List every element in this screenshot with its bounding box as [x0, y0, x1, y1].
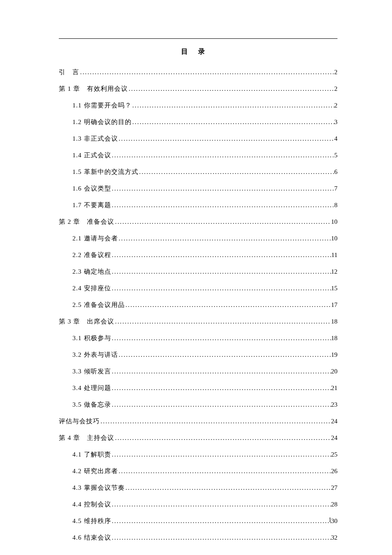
toc-entry-page: 5 — [334, 152, 338, 159]
toc-dot-leader — [125, 301, 331, 309]
toc-entry: 1.3 非正式会议4 — [72, 135, 337, 143]
toc-entry-page: 12 — [331, 268, 337, 275]
toc-entry-label: 引 言 — [59, 68, 79, 76]
toc-dot-leader — [111, 517, 331, 525]
toc-entry: 3.3 倾听发言20 — [72, 367, 337, 376]
toc-entry: 3.2 外表与讲话19 — [72, 351, 337, 359]
toc-entry: 2.3 确定地点12 — [72, 268, 337, 276]
toc-entry-page: 18 — [331, 335, 337, 342]
toc-entry: 4.2 研究出席者26 — [72, 467, 337, 475]
toc-entry-page: 2 — [334, 69, 338, 76]
toc-entry-label: 3.1 积极参与 — [72, 334, 111, 342]
toc-entry-label: 1.2 明确会议的目的 — [72, 118, 132, 126]
toc-entry-page: 3 — [334, 119, 338, 126]
toc-entry-page: 24 — [331, 418, 337, 425]
toc-entry-label: 4.4 控制会议 — [72, 500, 111, 509]
toc-entry-page: 18 — [331, 318, 337, 325]
toc-entry-label: 1.6 会议类型 — [72, 185, 111, 193]
toc-entry-page: 25 — [331, 451, 337, 458]
toc-entry: 2.2 准备议程11 — [72, 251, 337, 259]
toc-entry-label: 4.2 研究出席者 — [72, 467, 118, 475]
toc-dot-leader — [111, 185, 334, 192]
toc-entry-page: 6 — [334, 168, 338, 176]
toc-entry-page: 20 — [331, 368, 337, 375]
toc-entry-label: 4.1 了解职责 — [72, 451, 111, 459]
toc-entry-label: 第 1 章 有效利用会议 — [59, 85, 128, 93]
toc-entry-page: 21 — [331, 384, 337, 392]
toc-entry-label: 1.3 非正式会议 — [72, 135, 118, 143]
toc-entry: 2.4 安排座位15 — [72, 284, 337, 292]
toc-entry-label: 第 4 章 主持会议 — [59, 434, 114, 442]
toc-entry-label: 评估与会技巧 — [59, 417, 100, 425]
toc-entry-page: 10 — [331, 235, 337, 242]
toc-entry-page: 7 — [334, 185, 338, 192]
toc-dot-leader — [118, 468, 331, 475]
toc-entry-label: 1.1 你需要开会吗？ — [72, 101, 132, 110]
toc-dot-leader — [114, 318, 331, 325]
toc-entry-page: 10 — [331, 218, 337, 225]
toc-entry-label: 第 3 章 出席会议 — [59, 318, 114, 326]
toc-entry-page: 32 — [331, 534, 337, 541]
toc-entry: 第 2 章 准备会议10 — [59, 218, 337, 226]
toc-dot-leader — [118, 135, 334, 142]
toc-title: 目录 — [59, 47, 337, 56]
toc-entry-label: 4.6 结束会议 — [72, 534, 111, 542]
toc-dot-leader — [114, 218, 331, 225]
page-number: 1 — [329, 517, 331, 523]
toc-entry: 1.6 会议类型7 — [72, 185, 337, 193]
toc-list: 引 言2第 1 章 有效利用会议21.1 你需要开会吗？21.2 明确会议的目的… — [59, 68, 337, 542]
toc-dot-leader — [111, 451, 331, 458]
toc-dot-leader — [111, 268, 331, 275]
toc-entry-page: 26 — [331, 468, 337, 475]
document-page: 目录 引 言2第 1 章 有效利用会议21.1 你需要开会吗？21.2 明确会议… — [0, 0, 392, 555]
toc-entry-page: 30 — [331, 517, 337, 525]
toc-entry-page: 8 — [334, 202, 338, 209]
toc-entry: 第 3 章 出席会议18 — [59, 318, 337, 326]
toc-dot-leader — [111, 251, 331, 259]
toc-entry-label: 2.3 确定地点 — [72, 268, 111, 276]
toc-entry-page: 15 — [331, 285, 337, 292]
toc-dot-leader — [111, 335, 331, 342]
toc-entry-page: 11 — [331, 251, 337, 259]
toc-dot-leader — [114, 434, 331, 442]
toc-entry-page: 27 — [331, 484, 337, 491]
toc-entry-label: 3.3 倾听发言 — [72, 367, 111, 376]
toc-entry-label: 2.1 邀请与会者 — [72, 234, 118, 243]
toc-entry-label: 1.7 不要离题 — [72, 201, 111, 209]
toc-entry: 1.2 明确会议的目的3 — [72, 118, 337, 126]
toc-entry-label: 1.5 革新中的交流方式 — [72, 168, 138, 176]
toc-dot-leader — [100, 418, 331, 425]
toc-entry: 引 言2 — [59, 68, 337, 76]
toc-dot-leader — [118, 351, 331, 358]
toc-entry: 第 1 章 有效利用会议2 — [59, 85, 337, 93]
toc-entry-label: 第 2 章 准备会议 — [59, 218, 114, 226]
toc-entry-label: 2.4 安排座位 — [72, 284, 111, 292]
toc-entry-page: 24 — [331, 434, 337, 442]
toc-entry: 3.5 做备忘录23 — [72, 401, 337, 409]
toc-entry-label: 3.5 做备忘录 — [72, 401, 111, 409]
toc-entry-label: 3.4 处理问题 — [72, 384, 111, 392]
header-rule — [59, 38, 337, 39]
toc-entry-label: 2.5 准备会议用品 — [72, 301, 125, 309]
toc-entry: 4.3 掌握会议节奏27 — [72, 484, 337, 492]
toc-entry: 1.1 你需要开会吗？2 — [72, 101, 337, 110]
toc-entry-page: 23 — [331, 401, 337, 408]
toc-dot-leader — [79, 69, 334, 76]
toc-entry-label: 3.2 外表与讲话 — [72, 351, 118, 359]
toc-entry-label: 4.5 维持秩序 — [72, 517, 111, 525]
toc-entry-label: 2.2 准备议程 — [72, 251, 111, 259]
toc-entry-page: 2 — [334, 85, 338, 92]
toc-entry-page: 2 — [334, 102, 338, 109]
toc-entry: 2.1 邀请与会者10 — [72, 234, 337, 243]
toc-dot-leader — [118, 235, 331, 242]
toc-entry: 1.4 正式会议5 — [72, 151, 337, 159]
toc-dot-leader — [125, 484, 331, 491]
toc-entry: 1.7 不要离题8 — [72, 201, 337, 209]
toc-entry: 4.4 控制会议28 — [72, 500, 337, 509]
toc-entry: 3.4 处理问题21 — [72, 384, 337, 392]
toc-dot-leader — [111, 534, 331, 541]
toc-dot-leader — [111, 401, 331, 408]
toc-entry: 1.5 革新中的交流方式6 — [72, 168, 337, 176]
toc-entry-page: 28 — [331, 501, 337, 508]
toc-dot-leader — [132, 119, 334, 126]
